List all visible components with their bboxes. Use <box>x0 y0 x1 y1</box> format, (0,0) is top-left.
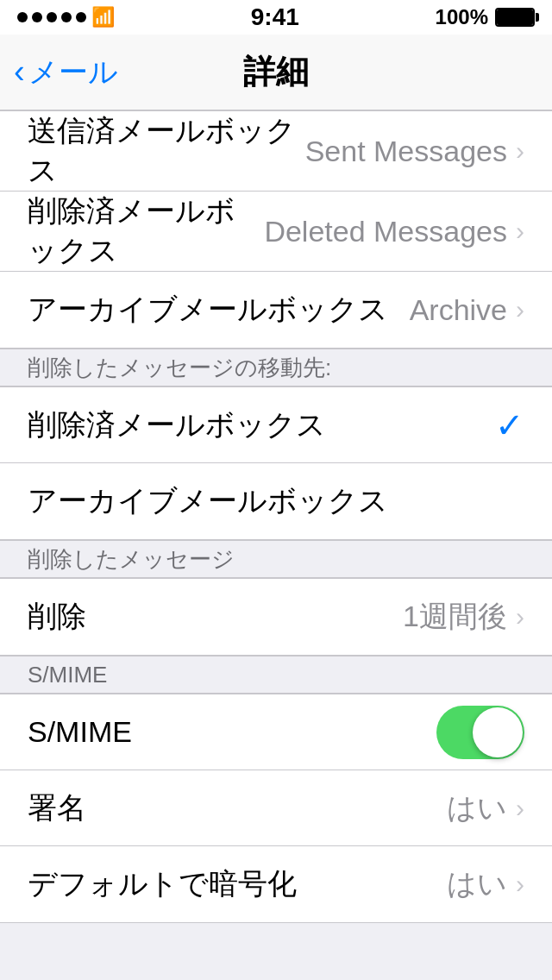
deleted-mailbox-row[interactable]: 削除済メールボックス Deleted Messages › <box>0 192 552 272</box>
move-section-header: 削除したメッセージの移動先: <box>0 349 552 386</box>
encrypt-value: はい › <box>447 864 524 904</box>
archive-mailbox-label: アーカイブメールボックス <box>28 290 410 330</box>
status-right: 100% <box>436 5 535 29</box>
deleted-mailbox-value: Deleted Messages › <box>264 215 524 248</box>
signature-row[interactable]: 署名 はい › <box>0 770 552 846</box>
signature-value: はい › <box>447 788 524 828</box>
status-time: 9:41 <box>251 3 299 31</box>
deleted-mailbox-option-row[interactable]: 削除済メールボックス ✓ <box>0 387 552 463</box>
chevron-right-icon: › <box>516 295 524 324</box>
smime-toggle[interactable] <box>436 706 524 759</box>
smime-label: S/MIME <box>28 715 436 749</box>
delete-section-header: 削除したメッセージ <box>0 540 552 578</box>
archive-mailbox-option-label: アーカイブメールボックス <box>28 481 524 521</box>
page-title: 詳細 <box>243 50 309 94</box>
move-section: 削除済メールボックス ✓ アーカイブメールボックス <box>0 386 552 540</box>
status-bar: 📶 9:41 100% <box>0 0 552 35</box>
encrypt-label: デフォルトで暗号化 <box>28 864 447 904</box>
nav-bar: ‹ メール 詳細 <box>0 35 552 110</box>
archive-mailbox-row[interactable]: アーカイブメールボックス Archive › <box>0 272 552 348</box>
delete-section: 削除 1週間後 › <box>0 578 552 656</box>
chevron-right-icon: › <box>516 602 524 631</box>
smime-toggle-row[interactable]: S/MIME <box>0 694 552 770</box>
battery-icon <box>495 8 535 27</box>
encrypt-row[interactable]: デフォルトで暗号化 はい › <box>0 846 552 922</box>
checkmark-icon: ✓ <box>495 405 524 445</box>
deleted-mailbox-label: 削除済メールボックス <box>28 192 264 271</box>
chevron-right-icon: › <box>516 217 524 246</box>
chevron-right-icon: › <box>516 136 524 166</box>
smime-section-header: S/MIME <box>0 656 552 694</box>
back-button[interactable]: ‹ メール <box>14 53 118 92</box>
deleted-mailbox-option-label: 削除済メールボックス <box>28 405 495 445</box>
delete-value: 1週間後 › <box>403 597 524 637</box>
sent-mailbox-value: Sent Messages › <box>305 135 524 168</box>
archive-mailbox-value: Archive › <box>410 293 524 327</box>
back-label: メール <box>28 53 118 92</box>
status-left: 📶 <box>17 6 115 28</box>
back-chevron-icon: ‹ <box>14 55 25 88</box>
toggle-thumb <box>473 707 523 757</box>
mailbox-section: 送信済メールボックス Sent Messages › 削除済メールボックス De… <box>0 110 552 349</box>
archive-mailbox-option-row[interactable]: アーカイブメールボックス <box>0 463 552 539</box>
sent-mailbox-row[interactable]: 送信済メールボックス Sent Messages › <box>0 111 552 192</box>
signature-label: 署名 <box>28 788 447 828</box>
sent-mailbox-label: 送信済メールボックス <box>28 111 305 191</box>
delete-label: 削除 <box>28 597 403 637</box>
chevron-right-icon: › <box>516 794 524 823</box>
smime-section: S/MIME 署名 はい › デフォルトで暗号化 はい › <box>0 694 552 923</box>
battery-percent: 100% <box>436 5 488 29</box>
wifi-icon: 📶 <box>91 6 115 28</box>
chevron-right-icon: › <box>516 870 524 899</box>
delete-row[interactable]: 削除 1週間後 › <box>0 579 552 655</box>
signal-dots <box>17 12 86 22</box>
